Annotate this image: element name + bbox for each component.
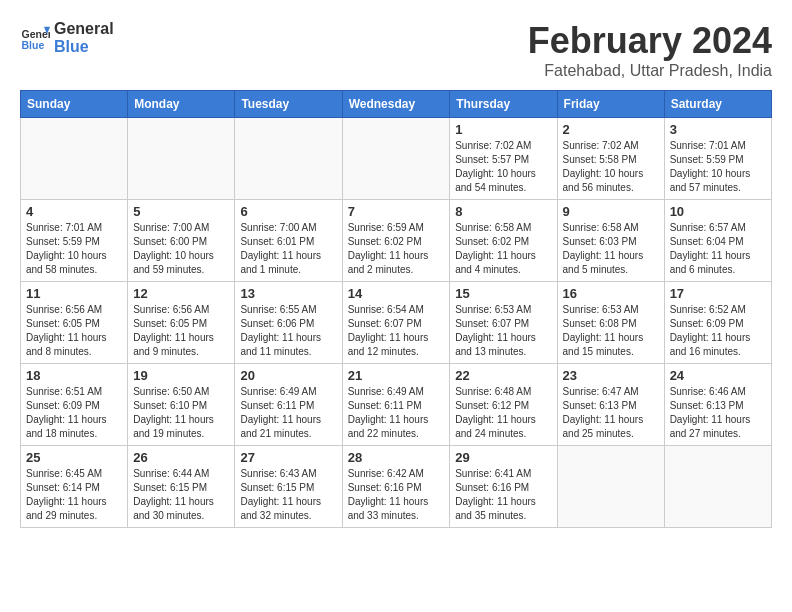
calendar-cell <box>128 118 235 200</box>
calendar-cell: 8Sunrise: 6:58 AMSunset: 6:02 PMDaylight… <box>450 200 557 282</box>
day-info: Sunrise: 6:42 AMSunset: 6:16 PMDaylight:… <box>348 467 445 523</box>
day-info: Sunrise: 7:00 AMSunset: 6:01 PMDaylight:… <box>240 221 336 277</box>
logo: General Blue General Blue <box>20 20 114 56</box>
calendar-cell: 9Sunrise: 6:58 AMSunset: 6:03 PMDaylight… <box>557 200 664 282</box>
day-number: 15 <box>455 286 551 301</box>
day-number: 2 <box>563 122 659 137</box>
weekday-header-row: SundayMondayTuesdayWednesdayThursdayFrid… <box>21 91 772 118</box>
day-number: 26 <box>133 450 229 465</box>
weekday-header: Tuesday <box>235 91 342 118</box>
calendar-cell: 10Sunrise: 6:57 AMSunset: 6:04 PMDayligh… <box>664 200 771 282</box>
calendar-cell: 5Sunrise: 7:00 AMSunset: 6:00 PMDaylight… <box>128 200 235 282</box>
calendar-cell: 26Sunrise: 6:44 AMSunset: 6:15 PMDayligh… <box>128 446 235 528</box>
calendar-cell: 22Sunrise: 6:48 AMSunset: 6:12 PMDayligh… <box>450 364 557 446</box>
logo-icon: General Blue <box>20 23 50 53</box>
weekday-header: Monday <box>128 91 235 118</box>
calendar-week-row: 1Sunrise: 7:02 AMSunset: 5:57 PMDaylight… <box>21 118 772 200</box>
day-number: 25 <box>26 450 122 465</box>
day-info: Sunrise: 6:56 AMSunset: 6:05 PMDaylight:… <box>26 303 122 359</box>
day-number: 16 <box>563 286 659 301</box>
day-number: 8 <box>455 204 551 219</box>
calendar-cell: 15Sunrise: 6:53 AMSunset: 6:07 PMDayligh… <box>450 282 557 364</box>
calendar-cell: 28Sunrise: 6:42 AMSunset: 6:16 PMDayligh… <box>342 446 450 528</box>
calendar-cell: 12Sunrise: 6:56 AMSunset: 6:05 PMDayligh… <box>128 282 235 364</box>
calendar-cell: 18Sunrise: 6:51 AMSunset: 6:09 PMDayligh… <box>21 364 128 446</box>
calendar-cell: 29Sunrise: 6:41 AMSunset: 6:16 PMDayligh… <box>450 446 557 528</box>
calendar-week-row: 25Sunrise: 6:45 AMSunset: 6:14 PMDayligh… <box>21 446 772 528</box>
day-info: Sunrise: 6:56 AMSunset: 6:05 PMDaylight:… <box>133 303 229 359</box>
day-info: Sunrise: 6:49 AMSunset: 6:11 PMDaylight:… <box>348 385 445 441</box>
calendar-cell: 16Sunrise: 6:53 AMSunset: 6:08 PMDayligh… <box>557 282 664 364</box>
svg-text:Blue: Blue <box>22 39 45 51</box>
day-number: 11 <box>26 286 122 301</box>
day-number: 12 <box>133 286 229 301</box>
day-info: Sunrise: 7:00 AMSunset: 6:00 PMDaylight:… <box>133 221 229 277</box>
day-info: Sunrise: 6:58 AMSunset: 6:03 PMDaylight:… <box>563 221 659 277</box>
calendar-cell <box>557 446 664 528</box>
day-number: 18 <box>26 368 122 383</box>
calendar-week-row: 4Sunrise: 7:01 AMSunset: 5:59 PMDaylight… <box>21 200 772 282</box>
day-info: Sunrise: 6:54 AMSunset: 6:07 PMDaylight:… <box>348 303 445 359</box>
day-number: 9 <box>563 204 659 219</box>
month-title: February 2024 <box>528 20 772 62</box>
title-area: February 2024 Fatehabad, Uttar Pradesh, … <box>528 20 772 80</box>
calendar-cell <box>342 118 450 200</box>
weekday-header: Thursday <box>450 91 557 118</box>
day-number: 27 <box>240 450 336 465</box>
weekday-header: Wednesday <box>342 91 450 118</box>
day-number: 5 <box>133 204 229 219</box>
day-number: 24 <box>670 368 766 383</box>
day-number: 3 <box>670 122 766 137</box>
calendar-cell <box>235 118 342 200</box>
header: General Blue General Blue February 2024 … <box>20 20 772 80</box>
day-number: 7 <box>348 204 445 219</box>
day-number: 22 <box>455 368 551 383</box>
day-info: Sunrise: 6:43 AMSunset: 6:15 PMDaylight:… <box>240 467 336 523</box>
calendar-cell: 2Sunrise: 7:02 AMSunset: 5:58 PMDaylight… <box>557 118 664 200</box>
calendar-week-row: 18Sunrise: 6:51 AMSunset: 6:09 PMDayligh… <box>21 364 772 446</box>
day-info: Sunrise: 6:53 AMSunset: 6:07 PMDaylight:… <box>455 303 551 359</box>
day-info: Sunrise: 6:45 AMSunset: 6:14 PMDaylight:… <box>26 467 122 523</box>
day-info: Sunrise: 6:59 AMSunset: 6:02 PMDaylight:… <box>348 221 445 277</box>
calendar-cell: 11Sunrise: 6:56 AMSunset: 6:05 PMDayligh… <box>21 282 128 364</box>
calendar-cell: 23Sunrise: 6:47 AMSunset: 6:13 PMDayligh… <box>557 364 664 446</box>
calendar-cell: 3Sunrise: 7:01 AMSunset: 5:59 PMDaylight… <box>664 118 771 200</box>
day-info: Sunrise: 6:41 AMSunset: 6:16 PMDaylight:… <box>455 467 551 523</box>
day-number: 1 <box>455 122 551 137</box>
calendar-cell: 13Sunrise: 6:55 AMSunset: 6:06 PMDayligh… <box>235 282 342 364</box>
location-title: Fatehabad, Uttar Pradesh, India <box>528 62 772 80</box>
day-number: 4 <box>26 204 122 219</box>
calendar-cell: 7Sunrise: 6:59 AMSunset: 6:02 PMDaylight… <box>342 200 450 282</box>
day-number: 23 <box>563 368 659 383</box>
day-info: Sunrise: 7:01 AMSunset: 5:59 PMDaylight:… <box>670 139 766 195</box>
day-info: Sunrise: 6:53 AMSunset: 6:08 PMDaylight:… <box>563 303 659 359</box>
calendar-cell: 6Sunrise: 7:00 AMSunset: 6:01 PMDaylight… <box>235 200 342 282</box>
day-info: Sunrise: 6:58 AMSunset: 6:02 PMDaylight:… <box>455 221 551 277</box>
day-info: Sunrise: 7:01 AMSunset: 5:59 PMDaylight:… <box>26 221 122 277</box>
calendar-cell: 27Sunrise: 6:43 AMSunset: 6:15 PMDayligh… <box>235 446 342 528</box>
day-number: 6 <box>240 204 336 219</box>
logo-general-text: General <box>54 20 114 38</box>
day-info: Sunrise: 6:48 AMSunset: 6:12 PMDaylight:… <box>455 385 551 441</box>
day-info: Sunrise: 6:50 AMSunset: 6:10 PMDaylight:… <box>133 385 229 441</box>
day-number: 13 <box>240 286 336 301</box>
day-info: Sunrise: 6:49 AMSunset: 6:11 PMDaylight:… <box>240 385 336 441</box>
calendar-cell: 21Sunrise: 6:49 AMSunset: 6:11 PMDayligh… <box>342 364 450 446</box>
day-info: Sunrise: 6:55 AMSunset: 6:06 PMDaylight:… <box>240 303 336 359</box>
day-info: Sunrise: 7:02 AMSunset: 5:57 PMDaylight:… <box>455 139 551 195</box>
calendar-week-row: 11Sunrise: 6:56 AMSunset: 6:05 PMDayligh… <box>21 282 772 364</box>
calendar-cell: 20Sunrise: 6:49 AMSunset: 6:11 PMDayligh… <box>235 364 342 446</box>
calendar-cell: 24Sunrise: 6:46 AMSunset: 6:13 PMDayligh… <box>664 364 771 446</box>
day-info: Sunrise: 6:47 AMSunset: 6:13 PMDaylight:… <box>563 385 659 441</box>
calendar-cell: 1Sunrise: 7:02 AMSunset: 5:57 PMDaylight… <box>450 118 557 200</box>
day-number: 21 <box>348 368 445 383</box>
day-number: 28 <box>348 450 445 465</box>
day-info: Sunrise: 6:46 AMSunset: 6:13 PMDaylight:… <box>670 385 766 441</box>
calendar-cell: 14Sunrise: 6:54 AMSunset: 6:07 PMDayligh… <box>342 282 450 364</box>
weekday-header: Sunday <box>21 91 128 118</box>
calendar-cell: 17Sunrise: 6:52 AMSunset: 6:09 PMDayligh… <box>664 282 771 364</box>
calendar-cell: 19Sunrise: 6:50 AMSunset: 6:10 PMDayligh… <box>128 364 235 446</box>
calendar-cell <box>664 446 771 528</box>
day-number: 29 <box>455 450 551 465</box>
weekday-header: Friday <box>557 91 664 118</box>
